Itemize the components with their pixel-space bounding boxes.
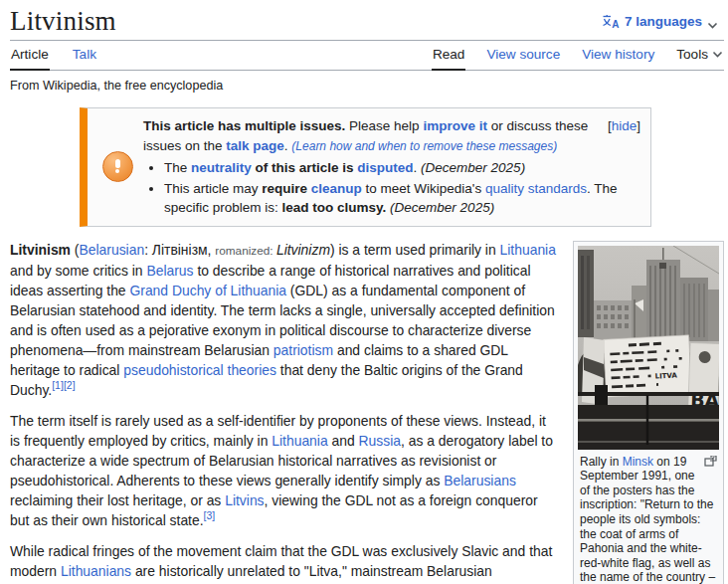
tab-article[interactable]: Article [10, 42, 50, 71]
tab-bar: Article Talk Read View source View histo… [10, 42, 724, 71]
warning-icon [91, 114, 143, 219]
inline-link[interactable]: Lithuania [272, 433, 327, 449]
site-tagline: From Wikipedia, the free encyclopedia [10, 79, 724, 93]
banner-word: LITVA [654, 371, 677, 380]
text-segment: ) is a term used primarily in [330, 242, 500, 258]
chevron-down-icon [712, 47, 723, 55]
inline-link[interactable]: cleanup [311, 181, 362, 196]
page-title: Litvinism [10, 6, 116, 37]
inline-link[interactable]: quality standards [485, 181, 587, 196]
inline-link[interactable]: neutrality [191, 160, 252, 175]
text-segment: on 19 September 1991, one of the posters… [580, 455, 715, 584]
text-segment: . [414, 160, 422, 175]
text-segment: Rally in [580, 455, 623, 469]
text-segment: ] [637, 118, 640, 133]
tab-read[interactable]: Read [432, 42, 466, 71]
image-caption: Rally in Minsk on 19 September 1991, one… [578, 450, 719, 584]
inline-link[interactable]: improve it [423, 118, 487, 133]
enlarge-icon[interactable] [704, 456, 717, 471]
languages-label: 7 languages [625, 14, 702, 29]
page-tabs: Article Talk [10, 42, 119, 70]
reference: [2] [64, 379, 76, 391]
text-segment: and [328, 433, 359, 449]
reference: [3] [204, 509, 216, 521]
inline-link[interactable]: Belarusians [444, 473, 516, 488]
inline-link[interactable]: talk page [226, 138, 284, 153]
issue-intro: This article has multiple issues. Please… [143, 116, 640, 156]
view-tabs: Read View source View history Tools [412, 42, 724, 70]
title-row: Litvinism A 7 languages [10, 6, 724, 41]
text-segment: Litvinism [10, 242, 71, 258]
text-segment: Please help [345, 118, 423, 133]
text-segment: (December 2025) [421, 160, 525, 175]
language-icon: A [602, 14, 620, 29]
tab-view-source[interactable]: View source [485, 42, 561, 70]
text-segment: This article may [164, 181, 262, 196]
rally-photo[interactable]: LITVA BA [578, 246, 719, 450]
inline-link[interactable]: hide [612, 118, 637, 133]
languages-dropdown[interactable]: A 7 languages [602, 14, 724, 29]
chevron-down-icon [707, 18, 718, 26]
reference-link[interactable]: [2] [64, 379, 76, 391]
inline-link[interactable]: Belarus [146, 263, 193, 279]
inline-link[interactable]: patriotism [273, 342, 333, 358]
issue-list: The neutrality of this article is disput… [164, 158, 640, 218]
caption-text: Rally in Minsk on 19 September 1991, one… [580, 455, 715, 584]
hide-toggle[interactable]: [hide] [608, 116, 640, 136]
issue-box-text: [hide] This article has multiple issues.… [143, 114, 640, 219]
reference-link[interactable]: [1] [52, 379, 64, 391]
inline-link[interactable]: Grand Duchy of Lithuania [129, 283, 286, 298]
issue-item: This article may require cleanup to meet… [164, 179, 640, 218]
text-segment: lead too clumsy. [282, 200, 387, 215]
text-segment: (December 2025) [390, 200, 494, 215]
text-segment: to meet Wikipedia's [362, 181, 485, 196]
inline-link[interactable]: disputed [357, 160, 413, 175]
text-segment: require [262, 181, 311, 196]
svg-text:A: A [612, 19, 619, 30]
text-segment: : Літвінізм, [144, 242, 215, 258]
tab-talk[interactable]: Talk [72, 42, 97, 70]
tab-view-history[interactable]: View history [581, 42, 655, 70]
reference: [1] [52, 379, 64, 391]
inline-link[interactable]: pseudohistorical theories [123, 362, 276, 378]
inline-link[interactable]: Belarusian [79, 242, 144, 258]
article-content: LITVA BA [10, 240, 724, 584]
reference-link[interactable]: [3] [204, 509, 216, 521]
text-segment: reclaiming their lost heritage, or as [10, 492, 225, 508]
text-segment: This article has multiple issues. [143, 118, 345, 133]
inline-link[interactable]: Litvins [225, 492, 264, 508]
issue-item: The neutrality of this article is disput… [164, 158, 640, 178]
inline-link[interactable]: (Learn how and when to remove these mess… [291, 139, 557, 153]
tab-tools[interactable]: Tools [675, 42, 724, 70]
article-thumbnail: LITVA BA [573, 241, 724, 584]
inline-link[interactable]: Minsk [623, 455, 653, 469]
issue-box: [hide] This article has multiple issues.… [80, 107, 651, 227]
text-segment: The [164, 160, 191, 175]
text-segment: of this article is [252, 160, 358, 175]
text-segment: romanized: [215, 244, 276, 258]
inline-link[interactable]: Lithuania [500, 242, 556, 258]
text-segment: Litvinizm [276, 242, 330, 258]
text-segment: and by some critics in [10, 263, 146, 279]
inline-link[interactable]: Russia [359, 433, 401, 449]
wikipedia-article-page: Litvinism A 7 languages Article [0, 0, 728, 584]
inline-link[interactable]: Lithuanians [61, 563, 131, 579]
